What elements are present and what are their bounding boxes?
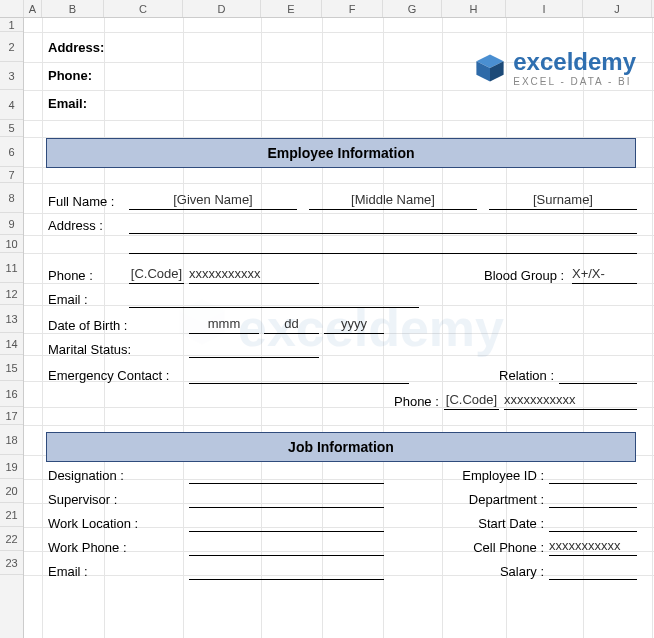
row-header-10[interactable]: 10 bbox=[0, 235, 23, 253]
row-header-2[interactable]: 2 bbox=[0, 32, 23, 62]
work-phone-label: Work Phone : bbox=[48, 540, 127, 555]
address-label: Address: bbox=[48, 40, 104, 55]
middle-name-field[interactable]: [Middle Name] bbox=[309, 192, 477, 210]
row-header-19[interactable]: 19 bbox=[0, 455, 23, 479]
empid-field[interactable] bbox=[549, 466, 637, 484]
row-header-15[interactable]: 15 bbox=[0, 355, 23, 381]
col-header-D[interactable]: D bbox=[183, 0, 261, 17]
row-header-13[interactable]: 13 bbox=[0, 305, 23, 333]
marital-label: Marital Status: bbox=[48, 342, 131, 357]
full-name-label: Full Name : bbox=[48, 194, 114, 209]
emp-email-field[interactable] bbox=[129, 290, 419, 308]
col-header-J[interactable]: J bbox=[583, 0, 652, 17]
relation-label: Relation : bbox=[454, 368, 554, 383]
row-header-8[interactable]: 8 bbox=[0, 183, 23, 213]
supervisor-field[interactable] bbox=[189, 490, 384, 508]
relation-field[interactable] bbox=[559, 366, 637, 384]
emergency-name-field[interactable] bbox=[189, 366, 409, 384]
salary-field[interactable] bbox=[549, 562, 637, 580]
section-employee-info: Employee Information bbox=[46, 138, 636, 168]
row-header-9[interactable]: 9 bbox=[0, 213, 23, 235]
col-header-G[interactable]: G bbox=[383, 0, 442, 17]
emergency-phone-number[interactable]: xxxxxxxxxxx bbox=[504, 392, 637, 410]
spreadsheet: ABCDEFGHIJ 12345678910111213141516171819… bbox=[0, 0, 654, 638]
department-field[interactable] bbox=[549, 490, 637, 508]
work-location-field[interactable] bbox=[189, 514, 384, 532]
dob-year[interactable]: yyyy bbox=[324, 316, 384, 334]
emp-email-label: Email : bbox=[48, 292, 88, 307]
row-header-16[interactable]: 16 bbox=[0, 381, 23, 407]
row-header-14[interactable]: 14 bbox=[0, 333, 23, 355]
row-header-12[interactable]: 12 bbox=[0, 283, 23, 305]
row-header-22[interactable]: 22 bbox=[0, 527, 23, 551]
emp-phone-ccode[interactable]: [C.Code] bbox=[129, 266, 184, 284]
emp-address-label: Address : bbox=[48, 218, 103, 233]
blood-group-field[interactable]: X+/X- bbox=[572, 266, 637, 284]
logo: exceldemy EXCEL - DATA - BI bbox=[473, 48, 636, 87]
work-phone-field[interactable] bbox=[189, 538, 384, 556]
cell-phone-field[interactable]: xxxxxxxxxxx bbox=[549, 538, 637, 556]
phone-label: Phone: bbox=[48, 68, 92, 83]
row-header-1[interactable]: 1 bbox=[0, 18, 23, 32]
surname-field[interactable]: [Surname] bbox=[489, 192, 637, 210]
col-header-F[interactable]: F bbox=[322, 0, 383, 17]
start-date-label: Start Date : bbox=[444, 516, 544, 531]
col-header-B[interactable]: B bbox=[42, 0, 104, 17]
emp-address-line2[interactable] bbox=[129, 236, 637, 254]
dob-label: Date of Birth : bbox=[48, 318, 127, 333]
job-email-label: Email : bbox=[48, 564, 88, 579]
section-job-info: Job Information bbox=[46, 432, 636, 462]
start-date-field[interactable] bbox=[549, 514, 637, 532]
row-header-3[interactable]: 3 bbox=[0, 62, 23, 90]
col-header-H[interactable]: H bbox=[442, 0, 506, 17]
sheet-content: exceldemy Address: Phone: Email: excelde… bbox=[24, 18, 654, 638]
row-header-6[interactable]: 6 bbox=[0, 137, 23, 167]
designation-label: Designation : bbox=[48, 468, 124, 483]
supervisor-label: Supervisor : bbox=[48, 492, 117, 507]
dob-day[interactable]: dd bbox=[264, 316, 319, 334]
row-header-5[interactable]: 5 bbox=[0, 120, 23, 137]
emp-phone-label: Phone : bbox=[48, 268, 93, 283]
col-header-I[interactable]: I bbox=[506, 0, 583, 17]
row-headers: 1234567891011121314151617181920212223 bbox=[0, 18, 24, 638]
col-header-C[interactable]: C bbox=[104, 0, 183, 17]
row-header-21[interactable]: 21 bbox=[0, 503, 23, 527]
emergency-phone-ccode[interactable]: [C.Code] bbox=[444, 392, 499, 410]
column-headers: ABCDEFGHIJ bbox=[0, 0, 654, 18]
row-header-20[interactable]: 20 bbox=[0, 479, 23, 503]
work-location-label: Work Location : bbox=[48, 516, 138, 531]
marital-field[interactable] bbox=[189, 340, 319, 358]
emp-phone-number[interactable]: xxxxxxxxxxx bbox=[189, 266, 319, 284]
row-header-23[interactable]: 23 bbox=[0, 551, 23, 575]
logo-brand: exceldemy bbox=[513, 48, 636, 76]
row-header-7[interactable]: 7 bbox=[0, 167, 23, 183]
col-header-E[interactable]: E bbox=[261, 0, 322, 17]
given-name-field[interactable]: [Given Name] bbox=[129, 192, 297, 210]
designation-field[interactable] bbox=[189, 466, 384, 484]
email-label: Email: bbox=[48, 96, 87, 111]
logo-cube-icon bbox=[473, 51, 507, 85]
emergency-phone-label: Phone : bbox=[394, 394, 439, 409]
empid-label: Employee ID : bbox=[444, 468, 544, 483]
cell-phone-label: Cell Phone : bbox=[444, 540, 544, 555]
blood-group-label: Blood Group : bbox=[484, 268, 564, 283]
dob-month[interactable]: mmm bbox=[189, 316, 259, 334]
salary-label: Salary : bbox=[444, 564, 544, 579]
row-header-4[interactable]: 4 bbox=[0, 90, 23, 120]
row-header-11[interactable]: 11 bbox=[0, 253, 23, 283]
emergency-label: Emergency Contact : bbox=[48, 368, 169, 383]
col-header-A[interactable]: A bbox=[24, 0, 42, 17]
row-header-17[interactable]: 17 bbox=[0, 407, 23, 425]
emp-address-line1[interactable] bbox=[129, 216, 637, 234]
department-label: Department : bbox=[444, 492, 544, 507]
logo-tagline: EXCEL - DATA - BI bbox=[513, 76, 636, 87]
row-header-18[interactable]: 18 bbox=[0, 425, 23, 455]
job-email-field[interactable] bbox=[189, 562, 384, 580]
